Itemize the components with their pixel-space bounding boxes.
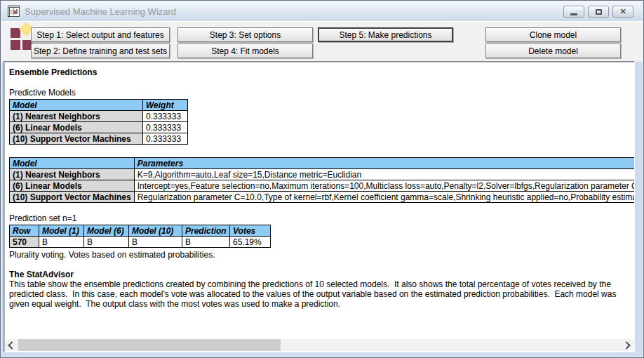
model-name-cell: (6) Linear Models xyxy=(10,180,135,192)
scrollbar-thumb[interactable] xyxy=(18,339,281,351)
votes-cell: 65.19% xyxy=(230,237,271,248)
parameters-cell: Intercept=yes,Feature selection=no,Maxim… xyxy=(134,180,634,192)
plurality-note: Plurality voting. Votes based on estimat… xyxy=(9,250,634,260)
minimize-button[interactable] xyxy=(563,6,584,18)
app-icon xyxy=(8,6,20,17)
model10-pred-cell: B xyxy=(129,237,182,248)
col-header-model: Model xyxy=(10,158,135,169)
table-header-row: Row Model (1) Model (6) Model (10) Predi… xyxy=(10,225,271,237)
title-bar[interactable]: Supervised Machine Learning Wizard ✕ xyxy=(1,1,643,21)
table-row: (10) Support Vector Machines 0.333333 xyxy=(10,133,188,145)
col-header-parameters: Parameters xyxy=(134,158,634,169)
scroll-left-button[interactable] xyxy=(5,339,18,351)
row-number-cell: 570 xyxy=(10,237,39,248)
table-row: (1) Nearest Neighbors K=9,Algorithm=auto… xyxy=(10,169,635,180)
weight-cell: 0.333333 xyxy=(143,133,188,145)
col-header-prediction: Prediction xyxy=(182,225,230,237)
clone-model-button[interactable]: Clone model xyxy=(485,27,621,42)
prediction-table-caption: Prediction set n=1 xyxy=(9,213,634,223)
step4-button[interactable]: Step 4: Fit models xyxy=(177,44,313,58)
step5-button[interactable]: Step 5: Make predictions xyxy=(318,27,453,42)
restore-icon xyxy=(596,9,602,15)
col-header-model10: Model (10) xyxy=(129,225,182,237)
step3-button[interactable]: Step 3: Set options xyxy=(177,27,313,42)
col-header-weight: Weight xyxy=(143,100,188,111)
wizard-window: Supervised Machine Learning Wizard ✕ Ste… xyxy=(0,0,644,358)
col-header-model1: Model (1) xyxy=(39,225,84,237)
predictive-models-table: Model Weight (1) Nearest Neighbors 0.333… xyxy=(9,99,188,145)
weight-cell: 0.333333 xyxy=(143,122,188,133)
table-header-row: Model Parameters xyxy=(10,158,635,169)
col-header-row: Row xyxy=(10,225,39,237)
toolbar: Step 1: Select output and features Step … xyxy=(1,21,643,62)
model6-pred-cell: B xyxy=(84,237,129,248)
model-parameters-table: Model Parameters (1) Nearest Neighbors K… xyxy=(9,157,634,203)
statadvisor-heading: The StatAdvisor xyxy=(9,270,634,279)
chevron-left-icon xyxy=(8,341,15,349)
model1-pred-cell: B xyxy=(39,237,84,248)
parameters-cell: Regularization parameter C=10.0,Type of … xyxy=(134,192,634,203)
model-name-cell: (10) Support Vector Machines xyxy=(10,133,143,145)
results-panel: Ensemble Predictions Predictive Models M… xyxy=(4,61,635,352)
model-name-cell: (1) Nearest Neighbors xyxy=(10,169,135,180)
prediction-cell: B xyxy=(182,237,230,248)
col-header-model: Model xyxy=(10,100,143,111)
scroll-right-button[interactable] xyxy=(621,339,633,351)
model-name-cell: (10) Support Vector Machines xyxy=(10,192,135,203)
statadvisor-text: This table show the ensemble predictions… xyxy=(9,279,630,309)
step2-button[interactable]: Step 2: Define training and test sets xyxy=(31,44,170,58)
table-row: (6) Linear Models Intercept=yes,Feature … xyxy=(10,180,635,192)
minimize-icon xyxy=(570,13,577,15)
model-name-cell: (1) Nearest Neighbors xyxy=(10,111,143,122)
page-title: Ensemble Predictions xyxy=(9,67,634,77)
model-name-cell: (6) Linear Models xyxy=(10,122,143,133)
models-table-caption: Predictive Models xyxy=(9,88,634,98)
prediction-table: Row Model (1) Model (6) Model (10) Predi… xyxy=(9,225,271,248)
delete-model-button[interactable]: Delete model xyxy=(485,44,621,58)
parameters-cell: K=9,Algorithm=auto,Leaf size=15,Distance… xyxy=(134,169,634,180)
step1-button[interactable]: Step 1: Select output and features xyxy=(31,27,170,42)
col-header-model6: Model (6) xyxy=(84,225,129,237)
table-row: 570 B B B B 65.19% xyxy=(10,237,271,248)
restore-button[interactable] xyxy=(588,6,609,18)
table-row: (6) Linear Models 0.333333 xyxy=(10,122,188,133)
col-header-votes: Votes xyxy=(230,225,271,237)
weight-cell: 0.333333 xyxy=(143,111,188,122)
close-button[interactable]: ✕ xyxy=(612,6,633,18)
chevron-right-icon xyxy=(622,341,630,349)
table-row: (10) Support Vector Machines Regularizat… xyxy=(10,192,635,203)
table-row: (1) Nearest Neighbors 0.333333 xyxy=(10,111,188,122)
horizontal-scrollbar[interactable] xyxy=(5,339,633,351)
window-title: Supervised Machine Learning Wizard xyxy=(25,6,176,17)
table-header-row: Model Weight xyxy=(10,100,188,111)
close-icon: ✕ xyxy=(619,8,626,15)
